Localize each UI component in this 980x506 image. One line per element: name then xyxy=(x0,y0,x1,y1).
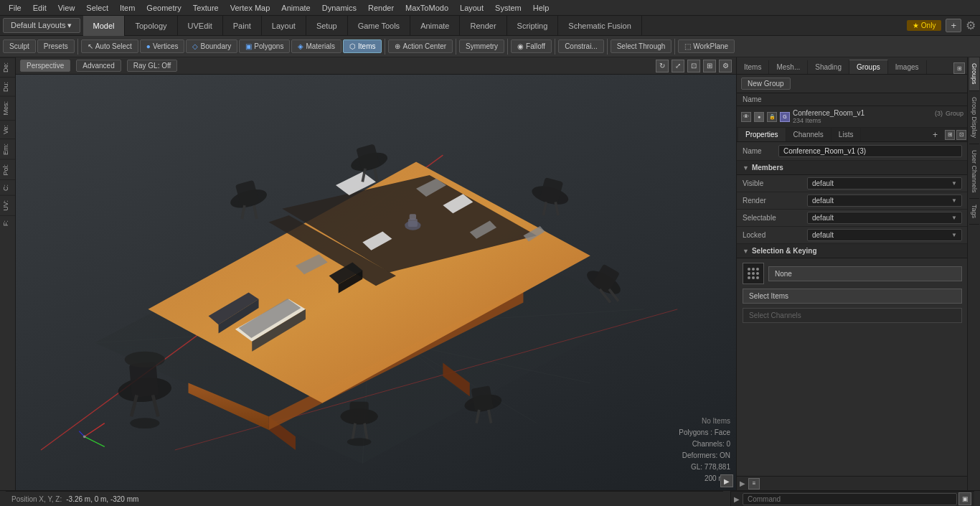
left-tool-c[interactable]: C: xyxy=(0,179,15,195)
panel-collapse-button[interactable]: ≡ xyxy=(748,478,760,489)
tab-topology[interactable]: Topology xyxy=(125,16,177,36)
vertices-button[interactable]: ● Vertices xyxy=(140,39,185,53)
tab-paint[interactable]: Paint xyxy=(223,16,262,36)
menu-file[interactable]: File xyxy=(3,2,27,14)
tab-render[interactable]: Render xyxy=(460,16,507,36)
left-tool-uv[interactable]: UV: xyxy=(0,195,15,215)
vp-tab-advanced[interactable]: Advanced xyxy=(76,60,121,72)
settings-icon[interactable]: ⚙ xyxy=(966,19,976,32)
tab-layout[interactable]: Layout xyxy=(262,16,306,36)
viewport-scene[interactable]: No Items Polygons : Face Channels: 0 Def… xyxy=(16,75,736,490)
viewport[interactable]: Perspective Advanced Ray GL: Off ↻ ⤢ ⊡ ⊞… xyxy=(16,57,736,490)
locked-dropdown[interactable]: default ▼ xyxy=(807,229,962,241)
tab-scripting[interactable]: Scripting xyxy=(507,16,559,36)
action-center-button[interactable]: ⊕ Action Center xyxy=(388,39,453,53)
add-layout-button[interactable]: + xyxy=(946,19,961,32)
props-tab-channels[interactable]: Channels xyxy=(786,128,831,141)
members-section-header[interactable]: ▼ Members xyxy=(737,161,968,175)
vp-zoom-button[interactable]: ⊡ xyxy=(687,60,700,72)
command-submit-button[interactable]: ▣ xyxy=(958,492,971,505)
side-tab-user-channels[interactable]: User Channels xyxy=(969,144,979,200)
sel-keying-section-header[interactable]: ▼ Selection & Keying xyxy=(737,244,968,258)
menu-view[interactable]: View xyxy=(52,2,81,14)
side-tab-groups[interactable]: Groups xyxy=(969,57,979,91)
left-tool-ve[interactable]: Ve: xyxy=(0,120,15,139)
menu-texture[interactable]: Texture xyxy=(187,2,225,14)
tab-uvedit[interactable]: UVEdit xyxy=(178,16,223,36)
left-tool-mes[interactable]: Mes: xyxy=(0,96,15,120)
auto-select-button[interactable]: ↖ Auto Select xyxy=(81,39,138,53)
items-button[interactable]: ⬡ Items xyxy=(343,39,382,53)
menu-maxtomodo[interactable]: MaxToModo xyxy=(400,2,454,14)
tab-schematic[interactable]: Schematic Fusion xyxy=(558,16,641,36)
falloff-button[interactable]: ◉ Falloff xyxy=(511,39,552,53)
left-tool-de[interactable]: De: xyxy=(0,57,15,77)
svg-point-70 xyxy=(748,272,750,275)
menu-item[interactable]: Item xyxy=(114,2,141,14)
props-tab-lists[interactable]: Lists xyxy=(831,128,862,141)
boundary-button[interactable]: ◇ Boundary xyxy=(186,39,237,53)
menu-layout[interactable]: Layout xyxy=(454,2,489,14)
left-tool-em[interactable]: Em: xyxy=(0,139,15,159)
panel-expand-button[interactable]: ⊞ xyxy=(953,62,965,74)
command-input[interactable] xyxy=(743,493,957,505)
side-tab-tags[interactable]: Tags xyxy=(969,199,979,225)
vp-settings-button[interactable]: ⚙ xyxy=(719,60,732,72)
menu-edit[interactable]: Edit xyxy=(27,2,52,14)
sel-keying-grid-icon[interactable] xyxy=(743,263,764,284)
select-through-button[interactable]: Select Through xyxy=(611,39,672,53)
svg-line-9 xyxy=(85,436,105,446)
left-tool-pol[interactable]: Pol: xyxy=(0,159,15,180)
tab-groups[interactable]: Groups xyxy=(849,60,888,74)
menu-dynamics[interactable]: Dynamics xyxy=(316,2,362,14)
none-label[interactable]: None xyxy=(768,266,962,281)
select-items-button[interactable]: Select Items xyxy=(743,289,962,304)
polygons-button[interactable]: ▣ Polygons xyxy=(239,39,290,53)
props-tab-properties[interactable]: Properties xyxy=(738,128,786,141)
vp-tab-raygl[interactable]: Ray GL: Off xyxy=(127,60,178,72)
menu-system[interactable]: System xyxy=(489,2,527,14)
menu-select[interactable]: Select xyxy=(80,2,114,14)
materials-button[interactable]: ◈ Materials xyxy=(291,39,341,53)
group-render-toggle[interactable]: ● xyxy=(754,112,764,122)
visible-dropdown[interactable]: default ▼ xyxy=(807,177,962,189)
selectable-dropdown[interactable]: default ▼ xyxy=(807,212,962,224)
tab-images[interactable]: Images xyxy=(888,60,927,74)
tab-model[interactable]: Model xyxy=(83,16,126,36)
workplane-button[interactable]: ⬚ WorkPlane xyxy=(678,39,735,53)
left-tool-f[interactable]: F: xyxy=(0,215,15,230)
menu-animate[interactable]: Animate xyxy=(275,2,316,14)
vp-tab-perspective[interactable]: Perspective xyxy=(20,60,70,72)
group-list-item[interactable]: 👁 ● 🔒 G Conference_Room_v1 (3) Group 234… xyxy=(737,106,968,128)
tab-mesh[interactable]: Mesh... xyxy=(769,60,808,74)
side-tab-group-display[interactable]: Group Display xyxy=(969,91,979,144)
name-input[interactable] xyxy=(778,145,962,157)
viewport-expand-button[interactable]: ▶ xyxy=(720,474,733,487)
props-add-button[interactable]: + xyxy=(928,128,942,141)
sculpt-button[interactable]: Sculpt xyxy=(3,39,36,53)
vp-fit-button[interactable]: ⊞ xyxy=(703,60,716,72)
menu-geometry[interactable]: Geometry xyxy=(141,2,187,14)
render-dropdown[interactable]: default ▼ xyxy=(807,195,962,207)
presets-button[interactable]: Presets xyxy=(37,39,75,53)
menu-vertex-map[interactable]: Vertex Map xyxy=(225,2,276,14)
new-group-button[interactable]: New Group xyxy=(741,78,791,90)
left-tool-du[interactable]: Du: xyxy=(0,77,15,96)
tab-animate[interactable]: Animate xyxy=(410,16,460,36)
tab-game-tools[interactable]: Game Tools xyxy=(348,16,411,36)
vp-pan-button[interactable]: ⤢ xyxy=(672,60,684,72)
tab-items[interactable]: Items xyxy=(737,60,769,74)
menu-render[interactable]: Render xyxy=(362,2,400,14)
group-visibility-toggle[interactable]: 👁 xyxy=(741,112,751,122)
tab-shading[interactable]: Shading xyxy=(808,60,849,74)
props-expand-1[interactable]: ⊞ xyxy=(945,130,955,140)
select-channels-button[interactable]: Select Channels xyxy=(743,308,962,323)
vp-rotate-button[interactable]: ↻ xyxy=(656,60,669,72)
props-expand-2[interactable]: ⊡ xyxy=(956,130,966,140)
constraints-button[interactable]: Constrai... xyxy=(558,39,604,53)
menu-help[interactable]: Help xyxy=(527,2,555,14)
group-lock-toggle[interactable]: 🔒 xyxy=(767,112,777,122)
layout-dropdown[interactable]: Default Layouts ▾ xyxy=(3,18,80,33)
tab-setup[interactable]: Setup xyxy=(306,16,348,36)
symmetry-button[interactable]: Symmetry xyxy=(459,39,504,53)
